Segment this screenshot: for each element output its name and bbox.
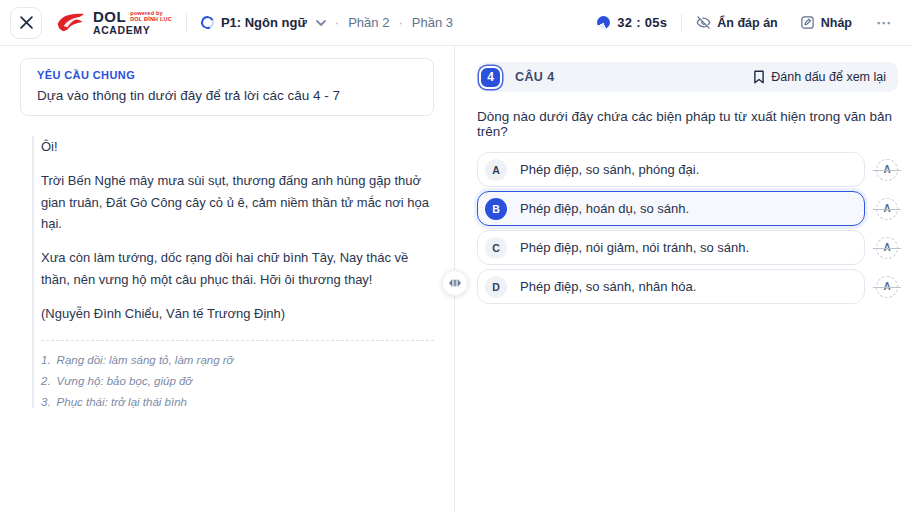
topbar: DOL powered by DOL ĐÌNH LỤC ACADEMY P1: … <box>0 0 912 46</box>
eliminate-option-b-button[interactable]: A <box>876 198 898 220</box>
option-d-badge: D <box>485 276 507 298</box>
chevron-down-icon <box>316 20 326 26</box>
section-current-label: P1: Ngôn ngữ <box>221 15 307 30</box>
requirement-text: Dựa vào thông tin dưới đây để trả lời cá… <box>37 88 417 103</box>
eliminate-icon: A <box>883 242 890 253</box>
option-row-d: D Phép điệp, so sánh, nhân hóa. A <box>477 269 898 304</box>
requirement-title: YÊU CẦU CHUNG <box>37 69 417 81</box>
bookmark-label: Đánh dấu để xem lại <box>771 70 886 84</box>
option-a-label: Phép điệp, so sánh, phóng đại. <box>520 162 699 177</box>
passage-paragraph: Ôi! <box>41 136 434 158</box>
footnote-item: 1. Rạng dồi: làm sáng tỏ, làm rạng rỡ <box>41 354 434 366</box>
footnote-item: 2. Vưng hộ: bảo bọc, giúp đỡ <box>41 375 434 387</box>
option-c-label: Phép điệp, nói giảm, nói tránh, so sánh. <box>520 240 749 255</box>
option-a-badge: A <box>485 159 507 181</box>
close-button[interactable] <box>10 7 42 39</box>
option-row-a: A Phép điệp, so sánh, phóng đại. A <box>477 152 898 187</box>
passage-paragraph: Trời Bến Nghé mây mưa sùi sụt, thương đấ… <box>41 170 434 235</box>
logo-powered-by: powered by DOL ĐÌNH LỤC <box>130 10 172 22</box>
eliminate-icon: A <box>883 164 890 175</box>
topbar-divider <box>681 14 682 32</box>
draft-note-icon <box>800 15 815 30</box>
option-b-label: Phép điệp, hoán dụ, so sánh. <box>520 201 689 216</box>
passage-blockquote: Ôi! Trời Bến Nghé mây mưa sùi sụt, thươn… <box>32 136 434 408</box>
option-d-label: Phép điệp, so sánh, nhân hóa. <box>520 279 696 294</box>
bookmark-review-button[interactable]: Đánh dấu để xem lại <box>753 70 886 84</box>
bookmark-icon <box>753 70 765 84</box>
close-icon <box>20 16 33 29</box>
eliminate-icon: A <box>883 203 890 214</box>
eliminate-option-d-button[interactable]: A <box>876 276 898 298</box>
tab-phan-3[interactable]: Phần 3 <box>412 15 453 30</box>
draft-button[interactable]: Nháp <box>800 15 852 30</box>
dol-swoosh-icon <box>56 12 86 34</box>
hide-answers-button[interactable]: Ẩn đáp án <box>696 15 777 30</box>
logo-name-top: DOL <box>93 9 126 24</box>
question-label: CÂU 4 <box>515 70 753 84</box>
question-number-badge: 4 <box>479 66 502 89</box>
footnote-list: 1. Rạng dồi: làm sáng tỏ, làm rạng rỡ 2.… <box>41 354 434 408</box>
question-header: 4 CÂU 4 Đánh dấu để xem lại <box>477 62 898 92</box>
eliminate-option-c-button[interactable]: A <box>876 237 898 259</box>
option-d[interactable]: D Phép điệp, so sánh, nhân hóa. <box>477 269 865 304</box>
panel-resize-handle[interactable] <box>442 270 468 296</box>
option-b[interactable]: B Phép điệp, hoán dụ, so sánh. <box>477 191 865 226</box>
passage-paragraph: Xưa còn làm tướng, dốc rạng dồi hai chữ … <box>41 247 434 291</box>
passage-citation: (Nguyễn Đình Chiểu, Văn tế Trương Định) <box>41 303 434 325</box>
options-list: A Phép điệp, so sánh, phóng đại. A B Phé… <box>477 152 898 304</box>
more-menu-button[interactable]: ⋯ <box>874 14 894 32</box>
option-b-badge: B <box>485 198 507 220</box>
main-content: YÊU CẦU CHUNG Dựa vào thông tin dưới đây… <box>0 46 912 512</box>
timer: 32 : 05s <box>597 15 667 30</box>
eliminate-option-a-button[interactable]: A <box>876 159 898 181</box>
draft-label: Nháp <box>821 16 852 30</box>
logo-name-bottom: ACADEMY <box>93 25 172 36</box>
timer-value: 32 : 05s <box>617 15 667 30</box>
option-a[interactable]: A Phép điệp, so sánh, phóng đại. <box>477 152 865 187</box>
option-c-badge: C <box>485 237 507 259</box>
exam-app: DOL powered by DOL ĐÌNH LỤC ACADEMY P1: … <box>0 0 912 512</box>
option-c[interactable]: C Phép điệp, nói giảm, nói tránh, so sán… <box>477 230 865 265</box>
footnote-item: 3. Phục thái: trở lại thái bình <box>41 396 434 408</box>
tab-separator: · <box>335 15 339 30</box>
timer-icon <box>597 16 610 29</box>
section-dropdown[interactable]: P1: Ngôn ngữ <box>201 15 326 30</box>
question-panel: 4 CÂU 4 Đánh dấu để xem lại Dòng nào dướ… <box>455 46 912 512</box>
requirement-card: YÊU CẦU CHUNG Dựa vào thông tin dưới đây… <box>20 58 434 116</box>
resize-arrows-icon <box>449 278 461 288</box>
footnote-divider <box>41 340 434 341</box>
passage-panel: YÊU CẦU CHUNG Dựa vào thông tin dưới đây… <box>0 46 455 512</box>
dol-academy-logo: DOL powered by DOL ĐÌNH LỤC ACADEMY <box>56 9 172 36</box>
tab-phan-2[interactable]: Phần 2 <box>348 15 389 30</box>
hide-answers-label: Ẩn đáp án <box>717 16 777 30</box>
eliminate-icon: A <box>883 281 890 292</box>
option-row-b: B Phép điệp, hoán dụ, so sánh. A <box>477 191 898 226</box>
option-row-c: C Phép điệp, nói giảm, nói tránh, so sán… <box>477 230 898 265</box>
eye-off-icon <box>696 15 711 30</box>
question-text: Dòng nào dưới đây chứa các biện pháp tu … <box>477 109 898 139</box>
tab-separator: · <box>398 15 402 30</box>
topbar-divider <box>186 14 187 32</box>
more-icon: ⋯ <box>876 14 892 31</box>
section-progress-icon <box>199 14 216 31</box>
